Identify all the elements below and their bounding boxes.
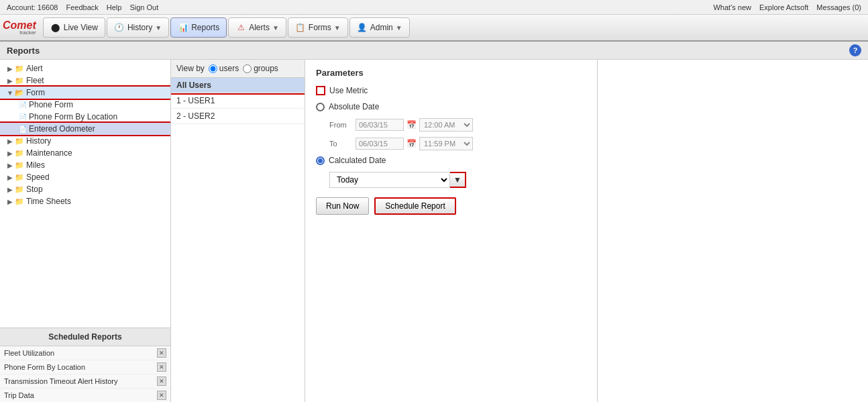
from-time-select[interactable]: 12:00 AM <box>419 118 473 132</box>
admin-nav-btn[interactable]: 👤 Admin ▼ <box>349 17 410 38</box>
to-date-input[interactable] <box>356 138 404 150</box>
signout-link[interactable]: Sign Out <box>129 3 158 11</box>
feedback-link[interactable]: Feedback <box>66 3 98 11</box>
top-bar-right: What's new Explore Actsoft Messages (0) <box>713 3 861 11</box>
sidebar-label-form: Form <box>26 88 45 97</box>
reports-nav-btn[interactable]: 📊 Reports <box>170 17 227 38</box>
user-label-2: 2 - USER2 <box>176 111 215 121</box>
sidebar-item-stop[interactable]: ▶ 📁 Stop <box>0 183 170 195</box>
sidebar-item-timesheets[interactable]: ▶ 📁 Time Sheets <box>0 195 170 207</box>
scheduled-item-label-1: Phone Form By Location <box>4 363 85 371</box>
nav-bar: Comet tracker ⬤ Live View 🕐 History ▼ 📊 … <box>0 15 868 42</box>
sidebar-label-miles: Miles <box>26 160 45 170</box>
use-metric-checkbox[interactable] <box>316 86 325 95</box>
history-icon: 🕐 <box>114 22 125 33</box>
view-by-groups-radio[interactable] <box>243 64 252 73</box>
view-by-users-text: users <box>219 64 239 73</box>
expand-icon-maintenance: ▶ <box>5 150 15 157</box>
sidebar-item-miles[interactable]: ▶ 📁 Miles <box>0 159 170 171</box>
sidebar-item-history[interactable]: ▶ 📁 History <box>0 135 170 147</box>
run-now-button[interactable]: Run Now <box>316 197 369 215</box>
history-arrow: ▼ <box>155 24 162 32</box>
alerts-nav-btn[interactable]: ⚠ Alerts ▼ <box>228 17 286 38</box>
admin-icon: 👤 <box>357 22 368 33</box>
sidebar-item-speed[interactable]: ▶ 📁 Speed <box>0 171 170 183</box>
to-label: To <box>329 140 353 148</box>
report-icon-entered-odometer: 📄 <box>19 125 27 133</box>
explore-link[interactable]: Explore Actsoft <box>759 3 808 11</box>
calculated-date-radio[interactable] <box>316 156 325 165</box>
expand-icon-timesheets: ▶ <box>5 198 15 205</box>
schedule-report-button[interactable]: Schedule Report <box>374 197 455 215</box>
report-icon-phone-form: 📄 <box>19 101 27 109</box>
absolute-date-row: Absolute Date <box>316 102 586 111</box>
view-by-users-label[interactable]: users <box>209 64 239 73</box>
from-date-row: From 📅 12:00 AM <box>329 118 586 132</box>
calculated-date-select[interactable]: Today <box>329 172 450 188</box>
expand-icon-fleet: ▶ <box>5 77 15 85</box>
sidebar-item-form[interactable]: ▼ 📂 Form <box>0 87 170 99</box>
sidebar-item-fleet[interactable]: ▶ 📁 Fleet <box>0 74 170 87</box>
folder-icon-alert: 📁 <box>15 64 24 73</box>
sidebar-item-phone-form[interactable]: 📄 Phone Form <box>0 99 170 111</box>
view-by-users-radio[interactable] <box>209 64 217 73</box>
scheduled-close-1[interactable]: ✕ <box>157 362 166 372</box>
from-date-input[interactable] <box>356 119 404 131</box>
scheduled-close-2[interactable]: ✕ <box>157 376 166 386</box>
sidebar-item-phone-form-location[interactable]: 📄 Phone Form By Location <box>0 111 170 123</box>
expand-icon-miles: ▶ <box>5 162 15 169</box>
from-label: From <box>329 121 353 129</box>
folder-icon-miles: 📁 <box>15 161 24 170</box>
scheduled-close-0[interactable]: ✕ <box>157 348 166 358</box>
history-nav-btn[interactable]: 🕐 History ▼ <box>107 17 169 38</box>
view-by-groups-label[interactable]: groups <box>243 64 278 73</box>
sidebar-item-entered-odometer[interactable]: 📄 Entered Odometer <box>0 123 170 135</box>
folder-icon-timesheets: 📁 <box>15 197 24 206</box>
sidebar-label-phone-form: Phone Form <box>29 100 73 109</box>
scheduled-item-3[interactable]: Trip Data ✕ <box>0 389 170 402</box>
scheduled-item-1[interactable]: Phone Form By Location ✕ <box>0 360 170 374</box>
scheduled-item-2[interactable]: Transmission Timeout Alert History ✕ <box>0 374 170 389</box>
calculated-date-arrow-btn[interactable]: ▼ <box>450 172 466 188</box>
folder-icon-fleet: 📁 <box>15 77 24 85</box>
folder-icon-history: 📁 <box>15 137 24 146</box>
sidebar-item-alert[interactable]: ▶ 📁 Alert <box>0 62 170 74</box>
parameters-panel: Parameters Use Metric Absolute Date From… <box>305 60 598 402</box>
folder-icon-stop: 📁 <box>15 185 24 194</box>
folder-icon-form: 📂 <box>15 89 24 97</box>
absolute-date-radio[interactable] <box>316 103 325 111</box>
to-date-calendar-icon[interactable]: 📅 <box>406 139 417 148</box>
sidebar-label-stop: Stop <box>26 185 43 194</box>
account-label: Account: 16608 <box>7 3 58 11</box>
user-item-1[interactable]: 1 - USER1 <box>171 93 305 109</box>
to-time-select[interactable]: 11:59 PM <box>419 137 473 150</box>
help-link[interactable]: Help <box>107 3 122 11</box>
forms-label: Forms <box>309 23 331 32</box>
whats-new-link[interactable]: What's new <box>713 3 751 11</box>
forms-icon: 📋 <box>295 22 306 33</box>
scheduled-reports-header: Scheduled Reports <box>0 328 170 346</box>
scheduled-item-0[interactable]: Fleet Utilization ✕ <box>0 346 170 360</box>
user-item-2[interactable]: 2 - USER2 <box>171 109 305 124</box>
live-view-label: Live View <box>64 23 98 32</box>
from-date-calendar-icon[interactable]: 📅 <box>406 120 417 130</box>
page-title: Reports <box>7 46 40 56</box>
sidebar-tree: ▶ 📁 Alert ▶ 📁 Fleet ▼ 📂 Form 📄 Phone For… <box>0 60 170 328</box>
use-metric-label: Use Metric <box>329 86 368 95</box>
expand-icon-history: ▶ <box>5 138 15 145</box>
sidebar-label-maintenance: Maintenance <box>26 148 72 158</box>
user-label-0: All Users <box>176 81 211 90</box>
live-view-nav-btn[interactable]: ⬤ Live View <box>43 17 105 38</box>
scheduled-item-label-0: Fleet Utilization <box>4 349 54 357</box>
forms-nav-btn[interactable]: 📋 Forms ▼ <box>288 17 348 38</box>
top-bar-left: Account: 16608 Feedback Help Sign Out <box>7 3 158 11</box>
messages-link[interactable]: Messages (0) <box>816 3 861 11</box>
forms-arrow: ▼ <box>334 24 341 32</box>
report-icon-phone-form-location: 📄 <box>19 113 27 121</box>
help-icon[interactable]: ? <box>849 44 861 56</box>
user-item-0[interactable]: All Users <box>171 78 305 93</box>
reports-icon: 📊 <box>178 22 188 33</box>
sidebar-item-maintenance[interactable]: ▶ 📁 Maintenance <box>0 147 170 159</box>
scheduled-close-3[interactable]: ✕ <box>157 391 166 400</box>
alerts-arrow: ▼ <box>272 24 279 32</box>
